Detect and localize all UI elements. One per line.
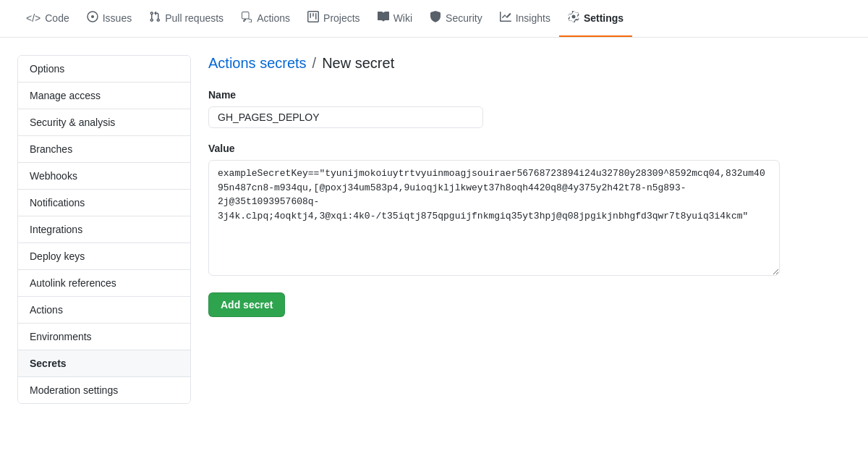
main-content: Actions secrets / New secret Name Value … — [208, 55, 851, 404]
main-layout: Options Manage access Security & analysi… — [0, 38, 868, 421]
add-secret-button[interactable]: Add secret — [208, 292, 285, 317]
sidebar-item-secrets[interactable]: Secrets — [18, 350, 190, 377]
settings-icon — [568, 11, 579, 25]
wiki-icon — [378, 11, 389, 25]
nav-item-prs[interactable]: Pull requests — [140, 0, 232, 37]
nav-label-code: Code — [45, 12, 69, 24]
nav-label-issues: Issues — [103, 12, 132, 24]
nav-item-actions[interactable]: Actions — [232, 0, 299, 37]
nav-label-wiki: Wiki — [393, 12, 412, 24]
svg-point-1 — [91, 15, 94, 18]
top-nav: </> Code Issues Pull requests Actions Pr… — [0, 0, 868, 38]
sidebar-item-manage-access[interactable]: Manage access — [18, 83, 190, 109]
actions-icon — [241, 11, 252, 25]
sidebar-nav: Options Manage access Security & analysi… — [17, 55, 191, 404]
breadcrumb-separator: / — [312, 55, 317, 72]
sidebar-item-autolink-references[interactable]: Autolink references — [18, 270, 190, 297]
nav-item-security[interactable]: Security — [421, 0, 491, 37]
nav-label-actions: Actions — [257, 12, 290, 24]
breadcrumb-current: New secret — [322, 55, 394, 72]
sidebar-item-environments[interactable]: Environments — [18, 324, 190, 350]
nav-item-issues[interactable]: Issues — [78, 0, 140, 37]
sidebar-item-actions[interactable]: Actions — [18, 297, 190, 324]
sidebar-item-branches[interactable]: Branches — [18, 136, 190, 163]
nav-item-insights[interactable]: Insights — [491, 0, 559, 37]
nav-label-projects: Projects — [323, 12, 360, 24]
breadcrumb-link[interactable]: Actions secrets — [208, 55, 307, 72]
projects-icon — [307, 11, 319, 25]
nav-item-settings[interactable]: Settings — [559, 0, 632, 37]
name-form-group: Name — [208, 89, 851, 128]
nav-label-security: Security — [446, 12, 482, 24]
sidebar-item-security-analysis[interactable]: Security & analysis — [18, 109, 190, 136]
value-form-group: Value exampleSecretKey=="tyunijmokoiuytr… — [208, 143, 851, 278]
nav-label-insights: Insights — [516, 12, 550, 24]
name-input[interactable] — [208, 106, 483, 128]
nav-item-projects[interactable]: Projects — [299, 0, 369, 37]
name-label: Name — [208, 89, 851, 101]
sidebar: Options Manage access Security & analysi… — [17, 55, 191, 404]
pr-icon — [149, 11, 161, 25]
value-label: Value — [208, 143, 851, 154]
sidebar-item-notifications[interactable]: Notifications — [18, 190, 190, 216]
sidebar-item-moderation-settings[interactable]: Moderation settings — [18, 377, 190, 403]
sidebar-item-options[interactable]: Options — [18, 56, 190, 83]
nav-label-prs: Pull requests — [165, 12, 224, 24]
nav-item-code[interactable]: </> Code — [17, 0, 78, 37]
insights-icon — [500, 11, 511, 25]
issue-icon — [87, 11, 98, 25]
security-icon — [430, 11, 441, 25]
sidebar-item-deploy-keys[interactable]: Deploy keys — [18, 243, 190, 270]
breadcrumb: Actions secrets / New secret — [208, 55, 851, 72]
value-textarea[interactable]: exampleSecretKey=="tyunijmokoiuytrtvyuin… — [208, 160, 780, 276]
code-icon: </> — [26, 12, 41, 24]
sidebar-item-integrations[interactable]: Integrations — [18, 216, 190, 243]
sidebar-item-webhooks[interactable]: Webhooks — [18, 163, 190, 190]
nav-item-wiki[interactable]: Wiki — [369, 0, 421, 37]
nav-label-settings: Settings — [584, 12, 624, 24]
